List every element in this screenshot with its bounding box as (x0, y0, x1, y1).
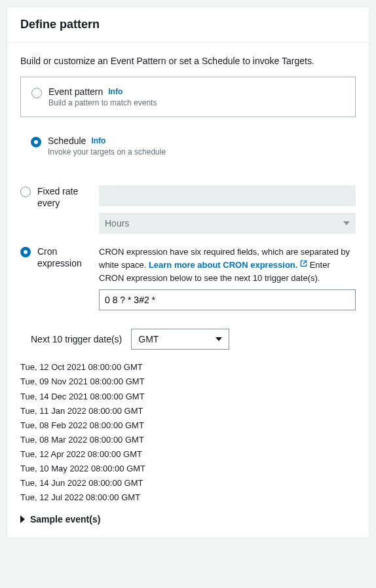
schedule-desc: Invoke your targets on a schedule (48, 147, 166, 156)
radio-icon[interactable] (31, 88, 42, 98)
info-link[interactable]: Info (108, 87, 122, 96)
trigger-dates-list: Tue, 12 Oct 2021 08:00:00 GMT Tue, 09 No… (20, 360, 356, 505)
cron-label: Cron expression (37, 246, 92, 269)
trigger-dates-section: Next 10 trigger date(s) GMT Tue, 12 Oct … (20, 329, 356, 524)
trigger-date: Tue, 08 Mar 2022 08:00:00 GMT (20, 433, 356, 447)
fixed-rate-input (99, 185, 356, 206)
chevron-right-icon (20, 515, 25, 523)
cron-row: Cron expression CRON expression have six… (20, 246, 356, 310)
trigger-date: Tue, 11 Jan 2022 08:00:00 GMT (20, 404, 356, 418)
trigger-date: Tue, 10 May 2022 08:00:00 GMT (20, 462, 356, 476)
timezone-value: GMT (138, 334, 159, 344)
cron-help-text: CRON expression have six required fields… (99, 246, 356, 284)
timezone-select[interactable]: GMT (131, 329, 229, 350)
sample-events-label: Sample event(s) (30, 514, 100, 524)
trigger-dates-label: Next 10 trigger date(s) (31, 334, 122, 344)
define-pattern-panel: Define pattern Build or customize an Eve… (7, 7, 369, 538)
trigger-date: Tue, 12 Jul 2022 08:00:00 GMT (20, 490, 356, 505)
event-pattern-label-block: Event pattern Info Build a pattern to ma… (48, 86, 157, 107)
chevron-down-icon (216, 337, 222, 341)
sample-events-toggle[interactable]: Sample event(s) (20, 514, 356, 524)
info-link[interactable]: Info (91, 136, 105, 145)
schedule-sub-options: Fixed rate every Hours Cron expression (20, 185, 356, 310)
intro-text: Build or customize an Event Pattern or s… (20, 56, 356, 66)
cron-expression-input[interactable] (99, 289, 356, 310)
panel-header: Define pattern (7, 7, 369, 43)
panel-body: Build or customize an Event Pattern or s… (7, 43, 369, 538)
fixed-rate-row: Fixed rate every Hours (20, 185, 356, 234)
trigger-date: Tue, 14 Jun 2022 08:00:00 GMT (20, 476, 356, 490)
radio-icon[interactable] (20, 187, 31, 197)
radio-icon[interactable] (31, 137, 41, 147)
event-pattern-option[interactable]: Event pattern Info Build a pattern to ma… (20, 77, 356, 117)
schedule-option[interactable]: Schedule Info Invoke your targets on a s… (20, 136, 356, 170)
cron-learn-more-link[interactable]: Learn more about CRON expression. (149, 260, 307, 270)
external-link-icon (300, 258, 307, 271)
event-pattern-desc: Build a pattern to match events (48, 98, 157, 107)
fixed-rate-label: Fixed rate every (37, 185, 92, 209)
event-pattern-label: Event pattern (48, 86, 103, 97)
schedule-label-block: Schedule Info Invoke your targets on a s… (48, 136, 166, 156)
fixed-rate-unit-value: Hours (105, 218, 129, 229)
chevron-down-icon (343, 221, 350, 225)
trigger-date: Tue, 12 Apr 2022 08:00:00 GMT (20, 447, 356, 462)
radio-icon[interactable] (20, 247, 31, 257)
schedule-label: Schedule (48, 136, 86, 146)
trigger-date: Tue, 14 Dec 2021 08:00:00 GMT (20, 390, 356, 404)
trigger-date: Tue, 08 Feb 2022 08:00:00 GMT (20, 418, 356, 433)
trigger-date: Tue, 12 Oct 2021 08:00:00 GMT (20, 360, 356, 375)
fixed-rate-unit-select: Hours (99, 213, 356, 234)
trigger-date: Tue, 09 Nov 2021 08:00:00 GMT (20, 375, 356, 389)
panel-title: Define pattern (20, 18, 356, 31)
cron-link-text: Learn more about CRON expression. (149, 260, 298, 270)
